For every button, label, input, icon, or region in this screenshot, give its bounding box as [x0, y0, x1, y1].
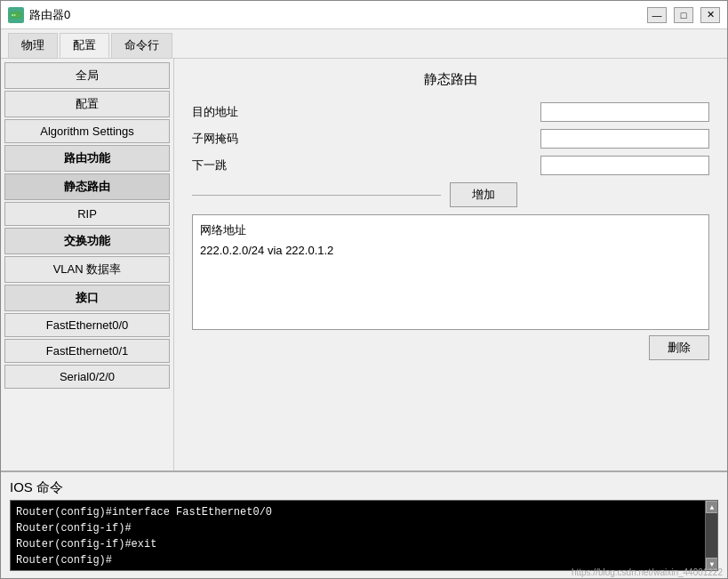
- svg-rect-4: [18, 11, 20, 13]
- dest-row: 目的地址: [192, 102, 709, 122]
- network-entry-0[interactable]: 222.0.2.0/24 via 222.0.1.2: [200, 244, 701, 257]
- console-scroll-up[interactable]: ▲: [706, 501, 718, 513]
- ios-line-1: Router(config-if)#: [16, 520, 703, 536]
- console-scrollbar[interactable]: ▲ ▼: [705, 501, 717, 570]
- router-icon: [8, 7, 24, 23]
- sidebar: 全局 配置 Algorithm Settings 路由功能 静态路由 RIP 交…: [1, 59, 174, 470]
- tab-cli[interactable]: 命令行: [111, 33, 172, 58]
- ios-line-3: Router(config)#: [16, 552, 703, 568]
- sidebar-scroll[interactable]: 全局 配置 Algorithm Settings 路由功能 静态路由 RIP 交…: [4, 62, 170, 467]
- ios-console[interactable]: Router(config)#interface FastEthernet0/0…: [10, 500, 718, 571]
- tab-physical[interactable]: 物理: [8, 33, 58, 58]
- network-box: 网络地址 222.0.2.0/24 via 222.0.1.2: [192, 214, 709, 330]
- sidebar-item-vlan[interactable]: VLAN 数据率: [4, 256, 170, 283]
- window-title: 路由器0: [29, 7, 70, 23]
- dest-input[interactable]: [540, 102, 709, 122]
- ios-title: IOS 命令: [10, 479, 718, 496]
- sidebar-item-interface[interactable]: 接口: [4, 285, 170, 311]
- form-divider: [192, 195, 441, 196]
- delete-btn-row: 删除: [192, 335, 709, 360]
- content-area: 静态路由 目的地址 子网掩码 下一跳 增加: [174, 59, 727, 470]
- subnet-row: 子网掩码: [192, 129, 709, 149]
- svg-point-1: [12, 14, 13, 16]
- subnet-label: 子网掩码: [192, 131, 254, 147]
- ios-line-2: Router(config-if)#exit: [16, 536, 703, 552]
- sidebar-item-config[interactable]: 配置: [4, 91, 170, 117]
- sidebar-item-rip[interactable]: RIP: [4, 202, 170, 226]
- sidebar-item-fe00[interactable]: FastEthernet0/0: [4, 313, 170, 337]
- sidebar-item-routing[interactable]: 路由功能: [4, 145, 170, 172]
- section-title: 静态路由: [192, 71, 709, 88]
- svg-rect-3: [16, 11, 18, 13]
- tab-bar: 物理 配置 命令行: [1, 29, 727, 59]
- maximize-button[interactable]: □: [674, 7, 693, 23]
- delete-button[interactable]: 删除: [649, 335, 709, 360]
- sidebar-item-serial[interactable]: Serial0/2/0: [4, 365, 170, 389]
- minimize-button[interactable]: —: [647, 7, 667, 23]
- sidebar-item-switching[interactable]: 交换功能: [4, 228, 170, 254]
- close-button[interactable]: ✕: [700, 7, 720, 23]
- svg-point-2: [14, 14, 16, 16]
- ios-line-0: Router(config)#interface FastEthernet0/0: [16, 504, 703, 520]
- watermark: https://blog.csdn.net/waixin_44001222: [572, 567, 723, 577]
- sidebar-item-global[interactable]: 全局: [4, 62, 170, 89]
- title-controls: — □ ✕: [647, 7, 720, 23]
- nexthop-label: 下一跳: [192, 157, 254, 173]
- sidebar-item-fe01[interactable]: FastEthernet0/1: [4, 339, 170, 363]
- nexthop-input[interactable]: [540, 156, 709, 175]
- network-box-title: 网络地址: [200, 222, 701, 238]
- sidebar-item-algorithm[interactable]: Algorithm Settings: [4, 119, 170, 143]
- title-bar-left: 路由器0: [8, 7, 70, 23]
- tab-config[interactable]: 配置: [60, 33, 109, 58]
- sidebar-item-static[interactable]: 静态路由: [4, 173, 170, 200]
- subnet-input[interactable]: [540, 129, 709, 149]
- main-window: 路由器0 — □ ✕ 物理 配置 命令行 全局 配置 Algorithm Set…: [0, 0, 728, 579]
- title-bar: 路由器0 — □ ✕: [1, 1, 727, 29]
- ios-section: IOS 命令 Router(config)#interface FastEthe…: [1, 470, 727, 578]
- dest-label: 目的地址: [192, 104, 254, 120]
- add-button[interactable]: 增加: [450, 182, 517, 207]
- main-content: 全局 配置 Algorithm Settings 路由功能 静态路由 RIP 交…: [1, 59, 727, 470]
- nexthop-row: 下一跳: [192, 156, 709, 175]
